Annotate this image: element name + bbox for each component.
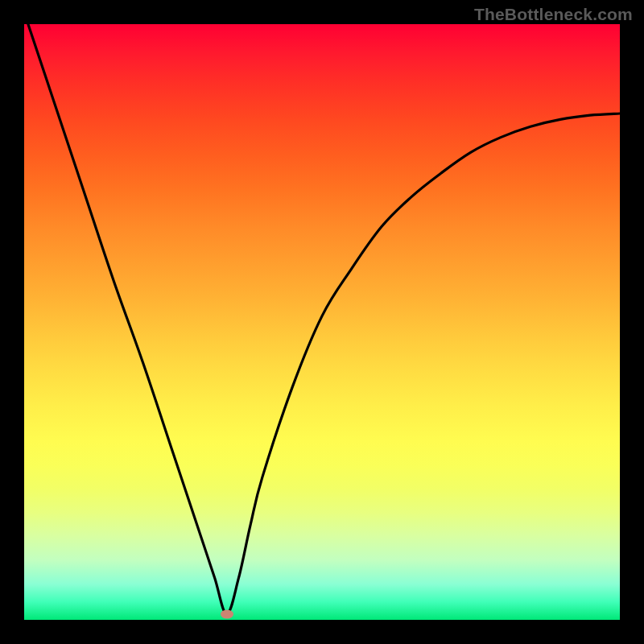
plot-area	[24, 24, 620, 620]
optimum-marker	[221, 609, 233, 618]
chart-frame: TheBottleneck.com	[0, 0, 644, 644]
curve-path	[24, 24, 620, 614]
bottleneck-curve	[24, 24, 620, 620]
watermark-text: TheBottleneck.com	[474, 5, 633, 24]
